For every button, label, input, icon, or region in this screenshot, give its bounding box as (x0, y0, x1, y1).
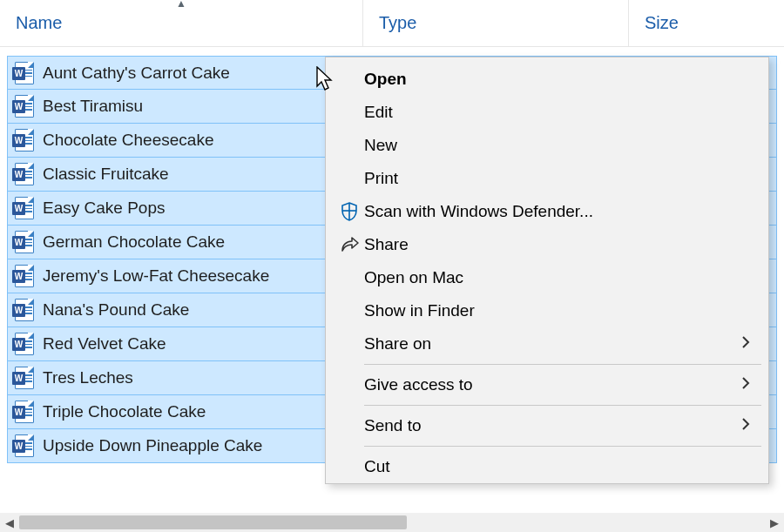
word-doc-icon: W (15, 434, 34, 457)
sort-ascending-icon: ▲ (176, 0, 186, 8)
submenu-chevron-icon (740, 375, 751, 395)
scroll-right-button[interactable]: ▶ (765, 513, 784, 532)
file-name-cell: WJeremy's Low-Fat Cheesecake (15, 265, 269, 287)
context-menu-separator (364, 405, 761, 406)
horizontal-scrollbar[interactable]: ◀ ▶ (0, 513, 784, 532)
context-menu-item-label: Show in Finder (364, 301, 751, 320)
context-menu-item[interactable]: Give access to (328, 368, 767, 401)
word-doc-icon: W (15, 367, 34, 389)
column-header-type[interactable]: Type (363, 0, 629, 46)
word-doc-icon: W (15, 197, 34, 219)
context-menu-item-label: New (364, 136, 751, 155)
file-name-label: Red Velvet Cake (43, 334, 166, 354)
file-name-label: Tres Leches (43, 368, 133, 387)
word-doc-icon: W (15, 299, 34, 321)
column-header-size-label: Size (645, 13, 679, 33)
file-name-cell: WAunt Cathy's Carrot Cake (15, 62, 230, 84)
file-name-label: Nana's Pound Cake (43, 300, 189, 320)
file-name-cell: WGerman Chocolate Cake (15, 231, 225, 253)
file-name-cell: WBest Tiramisu (15, 95, 143, 118)
file-name-cell: WChocolate Cheesecake (15, 129, 213, 152)
context-menu-item[interactable]: New (328, 129, 767, 162)
word-doc-icon: W (15, 95, 34, 118)
submenu-chevron-icon (740, 416, 751, 436)
file-name-cell: WRed Velvet Cake (15, 333, 166, 355)
column-header-row: ▲ Name Type Size (0, 0, 784, 47)
scroll-thumb[interactable] (19, 515, 407, 529)
context-menu-item-label: Give access to (364, 375, 740, 394)
word-doc-icon: W (15, 129, 34, 152)
file-name-label: Triple Chocolate Cake (43, 402, 206, 421)
file-name-label: Easy Cake Pops (43, 199, 165, 218)
context-menu-item-label: Open on Mac (364, 268, 751, 287)
word-doc-icon: W (15, 401, 34, 423)
context-menu-item[interactable]: Edit (328, 96, 767, 129)
column-header-name-label: Name (16, 13, 62, 33)
file-name-label: German Chocolate Cake (43, 232, 225, 252)
submenu-chevron-icon (740, 334, 751, 354)
context-menu-item-label: Print (364, 169, 751, 188)
context-menu-item-label: Cut (364, 457, 751, 476)
word-doc-icon: W (15, 62, 34, 84)
word-doc-icon: W (15, 163, 34, 185)
defender-shield-icon (335, 201, 364, 222)
context-menu-separator (364, 364, 761, 365)
context-menu-item-label: Share (364, 235, 751, 254)
context-menu-item-label: Send to (364, 416, 740, 435)
file-name-cell: WUpside Down Pineapple Cake (15, 434, 262, 457)
scroll-left-button[interactable]: ◀ (0, 513, 19, 532)
word-doc-icon: W (15, 231, 34, 253)
column-header-type-label: Type (379, 13, 416, 33)
context-menu-item[interactable]: Share on (328, 327, 767, 360)
context-menu-separator (364, 446, 761, 447)
file-name-label: Best Tiramisu (43, 97, 143, 116)
file-name-cell: WClassic Fruitcake (15, 163, 169, 185)
context-menu-item[interactable]: Share (328, 228, 767, 261)
context-menu-item[interactable]: Cut (328, 450, 767, 483)
context-menu-item[interactable]: Open on Mac (328, 261, 767, 294)
scroll-track[interactable] (19, 513, 765, 532)
context-menu-item-label: Share on (364, 334, 740, 354)
word-doc-icon: W (15, 265, 34, 287)
file-name-label: Classic Fruitcake (43, 165, 169, 184)
file-name-label: Upside Down Pineapple Cake (43, 436, 262, 455)
word-doc-icon: W (15, 333, 34, 355)
context-menu-item-label: Open (364, 70, 751, 89)
file-name-label: Aunt Cathy's Carrot Cake (43, 64, 230, 83)
context-menu-item-label: Edit (364, 103, 751, 122)
context-menu-item[interactable]: Scan with Windows Defender... (328, 195, 767, 228)
file-name-cell: WNana's Pound Cake (15, 299, 189, 321)
file-name-cell: WTres Leches (15, 367, 133, 389)
context-menu-item[interactable]: Open (328, 63, 767, 96)
file-name-label: Jeremy's Low-Fat Cheesecake (43, 266, 269, 286)
file-name-label: Chocolate Cheesecake (43, 131, 213, 150)
file-name-cell: WTriple Chocolate Cake (15, 401, 206, 423)
context-menu-item[interactable]: Show in Finder (328, 294, 767, 327)
column-header-name[interactable]: ▲ Name (0, 0, 363, 46)
file-name-cell: WEasy Cake Pops (15, 197, 165, 219)
context-menu-item[interactable]: Send to (328, 409, 767, 442)
column-header-size[interactable]: Size (629, 0, 784, 46)
context-menu: OpenEditNewPrintScan with Windows Defend… (325, 57, 769, 484)
context-menu-item-label: Scan with Windows Defender... (364, 202, 751, 221)
share-arrow-icon (335, 235, 364, 254)
context-menu-item[interactable]: Print (328, 162, 767, 195)
